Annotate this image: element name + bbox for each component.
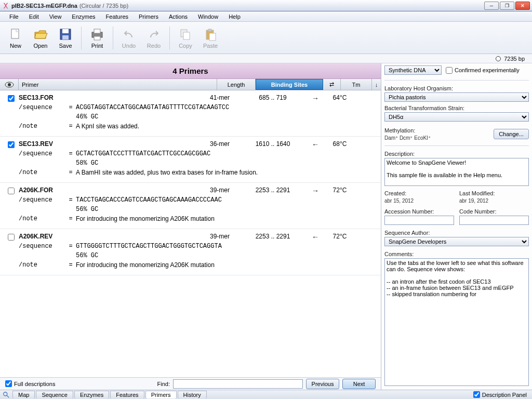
tab-primers[interactable]: Primers bbox=[145, 391, 177, 398]
column-visibility[interactable] bbox=[0, 79, 19, 90]
description-panel-toggle[interactable]: Description Panel bbox=[473, 391, 530, 398]
primer-sequence: TACCTGAGCACCCAGTCCAAGCTGAGCAAAGACCCCAAC bbox=[76, 196, 378, 204]
tab-enzymes[interactable]: Enzymes bbox=[74, 391, 109, 398]
pane-header: 4 Primers bbox=[0, 63, 381, 79]
primer-length: 39-mer bbox=[201, 233, 239, 240]
undo-button[interactable]: Undo bbox=[116, 25, 141, 50]
primers-pane: 4 Primers Primer Length Binding Sites ⇄ … bbox=[0, 63, 381, 390]
column-scroll[interactable]: ↓ bbox=[372, 79, 381, 90]
primer-visible-checkbox[interactable] bbox=[8, 95, 15, 102]
svg-rect-8 bbox=[183, 32, 190, 39]
change-methylation-button[interactable]: Change... bbox=[494, 129, 529, 139]
comments-textarea[interactable] bbox=[384, 258, 529, 386]
primer-block[interactable]: A206K.FOR39-mer2253 .. 2291→72°C/sequenc… bbox=[0, 183, 381, 229]
primer-visible-checkbox[interactable] bbox=[8, 188, 15, 194]
print-button[interactable]: Print bbox=[85, 25, 110, 50]
accession-input[interactable] bbox=[384, 216, 454, 225]
window-subtitle: (Circular / 7235 bp) bbox=[79, 3, 128, 9]
undo-icon bbox=[122, 27, 136, 42]
minimize-button[interactable]: ─ bbox=[484, 2, 499, 10]
find-label: Find: bbox=[157, 381, 170, 387]
author-select[interactable]: SnapGene Developers bbox=[384, 237, 529, 246]
search-icon[interactable] bbox=[2, 391, 10, 398]
svg-point-13 bbox=[8, 83, 11, 86]
created-label: Created: bbox=[384, 190, 454, 196]
description-panel-checkbox[interactable] bbox=[473, 391, 480, 398]
svg-rect-5 bbox=[94, 29, 100, 33]
next-button[interactable]: Next bbox=[342, 379, 376, 389]
paste-button[interactable]: Paste bbox=[198, 25, 223, 50]
code-input[interactable] bbox=[459, 216, 529, 225]
redo-button[interactable]: Redo bbox=[141, 25, 166, 50]
menu-edit[interactable]: Edit bbox=[24, 12, 44, 21]
primer-tm: 72°C bbox=[324, 233, 355, 240]
sequence-length: 7235 bp bbox=[504, 56, 525, 62]
column-primer[interactable]: Primer bbox=[19, 79, 217, 90]
menu-primers[interactable]: Primers bbox=[134, 12, 164, 21]
column-direction[interactable]: ⇄ bbox=[323, 79, 341, 90]
primer-list: SEC13.FOR41-mer685 .. 719→64°C/sequence=… bbox=[0, 90, 381, 377]
open-icon bbox=[33, 27, 48, 42]
primer-note: For introducing the monomerizing A206K m… bbox=[76, 215, 378, 222]
column-length[interactable]: Length bbox=[217, 79, 256, 90]
primer-visible-checkbox[interactable] bbox=[8, 141, 15, 148]
copy-button[interactable]: Copy bbox=[173, 25, 198, 50]
confirmed-checkbox[interactable] bbox=[446, 67, 453, 74]
menu-help[interactable]: Help bbox=[223, 12, 246, 21]
redo-icon bbox=[147, 27, 161, 42]
save-icon bbox=[58, 27, 73, 42]
primer-direction-icon: ← bbox=[307, 140, 324, 149]
author-label: Sequence Author: bbox=[384, 230, 529, 236]
tab-sequence[interactable]: Sequence bbox=[36, 391, 73, 398]
save-button[interactable]: Save bbox=[53, 25, 78, 50]
menu-enzymes[interactable]: Enzymes bbox=[66, 12, 100, 21]
primer-length: 36-mer bbox=[201, 140, 239, 148]
full-descriptions-checkbox[interactable] bbox=[5, 380, 12, 387]
primer-block[interactable]: SEC13.FOR41-mer685 .. 719→64°C/sequence=… bbox=[0, 90, 381, 137]
primer-binding: 1610 .. 1640 bbox=[239, 140, 307, 148]
find-input[interactable] bbox=[173, 379, 303, 389]
menu-file[interactable]: File bbox=[4, 12, 24, 21]
primer-name: SEC13.FOR bbox=[19, 94, 201, 101]
previous-button[interactable]: Previous bbox=[306, 379, 339, 389]
primer-gc: 56% GC bbox=[76, 206, 378, 213]
menu-window[interactable]: Window bbox=[193, 12, 223, 21]
tab-map[interactable]: Map bbox=[12, 391, 35, 398]
primer-sequence: GTTGGGGTCTTTGCTCAGCTTGGACTGGGTGCTCAGGTA bbox=[76, 243, 378, 250]
primer-sequence: ACGGTAGGTACCATGGCAAGTATAGTTTTCCGTACAAGTC… bbox=[76, 104, 378, 111]
titlebar: pIB2-SEC13-mEGFP.dna (Circular / 7235 bp… bbox=[0, 0, 532, 11]
confirmed-checkbox-container[interactable]: Confirmed experimentally bbox=[446, 67, 520, 74]
menu-view[interactable]: View bbox=[44, 12, 67, 21]
tab-features[interactable]: Features bbox=[110, 391, 144, 398]
column-binding-sites[interactable]: Binding Sites bbox=[256, 79, 323, 90]
primer-block[interactable]: A206K.REV39-mer2253 .. 2291←72°C/sequenc… bbox=[0, 229, 381, 275]
description-panel: Synthetic DNA Confirmed experimentally L… bbox=[381, 63, 532, 390]
primer-direction-icon: → bbox=[307, 94, 324, 102]
menu-features[interactable]: Features bbox=[101, 12, 134, 21]
primer-binding: 685 .. 719 bbox=[239, 94, 307, 101]
modified-label: Last Modified: bbox=[459, 190, 529, 196]
menu-actions[interactable]: Actions bbox=[164, 12, 193, 21]
primer-gc: 46% GC bbox=[76, 113, 378, 121]
tab-history[interactable]: History bbox=[178, 391, 207, 398]
modified-value: abr 19, 2012 bbox=[459, 198, 488, 204]
close-button[interactable]: ✕ bbox=[515, 2, 530, 10]
open-button[interactable]: Open bbox=[28, 25, 53, 50]
primer-binding: 2253 .. 2291 bbox=[239, 233, 307, 240]
primer-tm: 72°C bbox=[324, 187, 355, 194]
host-select[interactable]: Pichia pastoris bbox=[384, 92, 529, 102]
description-textarea[interactable] bbox=[384, 158, 529, 186]
primer-visible-checkbox[interactable] bbox=[8, 234, 15, 241]
paste-icon bbox=[203, 27, 218, 42]
maximize-button[interactable]: ❐ bbox=[500, 2, 514, 10]
strain-select[interactable]: DH5α bbox=[384, 112, 529, 122]
primer-tm: 64°C bbox=[324, 94, 355, 101]
molecule-type-select[interactable]: Synthetic DNA bbox=[384, 65, 442, 75]
column-tm[interactable]: Tm bbox=[341, 79, 372, 90]
new-button[interactable]: New bbox=[3, 25, 28, 50]
svg-rect-2 bbox=[62, 29, 69, 33]
svg-rect-11 bbox=[209, 33, 216, 41]
primer-note: A KpnI site was added. bbox=[76, 123, 378, 130]
comments-label: Comments: bbox=[384, 251, 529, 257]
primer-block[interactable]: SEC13.REV36-mer1610 .. 1640←68°C/sequenc… bbox=[0, 137, 381, 183]
